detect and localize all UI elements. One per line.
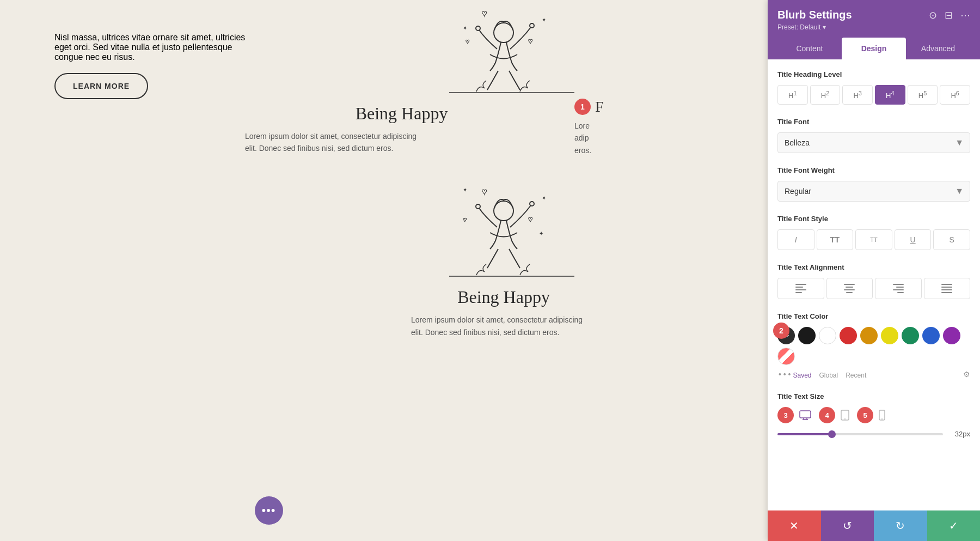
heading-h4-button[interactable]: H4 bbox=[875, 85, 905, 105]
color-green-swatch[interactable] bbox=[902, 327, 919, 344]
panel-header-top: Blurb Settings ⊙ ⊟ ⋯ bbox=[777, 9, 970, 21]
bold-button[interactable]: TT bbox=[817, 229, 854, 250]
svg-point-2 bbox=[476, 26, 480, 31]
svg-text:♥: ♥ bbox=[528, 215, 532, 223]
font-select-wrapper: Belleza ▼ bbox=[777, 132, 970, 153]
svg-text:✦: ✦ bbox=[542, 17, 546, 23]
color-settings-icon[interactable]: ⚙ bbox=[963, 370, 970, 379]
color-type-tabs: Saved Global Recent bbox=[791, 372, 866, 379]
align-justify-icon bbox=[941, 284, 952, 293]
heading-level-buttons: H1 H2 H3 H4 H5 H6 bbox=[777, 85, 970, 105]
color-red-swatch[interactable] bbox=[840, 327, 857, 344]
desktop-device-button[interactable] bbox=[796, 408, 814, 422]
align-justify-button[interactable] bbox=[924, 278, 971, 299]
heading-h5-button[interactable]: H5 bbox=[908, 85, 938, 105]
text-size-section: Title Text Size 3 4 bbox=[777, 392, 970, 438]
step-3-badge: 3 bbox=[777, 407, 794, 423]
text-size-title: Title Text Size bbox=[777, 392, 970, 400]
blurbs-row: Being Happy Lorem ipsum dolor sit amet, … bbox=[245, 98, 762, 156]
panel-body: Title Heading Level H1 H2 H3 H4 H5 H6 Ti… bbox=[768, 59, 980, 510]
color-swatches-wrapper: 2 ✏ bbox=[777, 327, 970, 365]
step-4-badge: 4 bbox=[819, 407, 835, 423]
columns-icon[interactable]: ⊟ bbox=[945, 9, 953, 21]
settings-panel: Blurb Settings ⊙ ⊟ ⋯ Preset: Default ▾ C… bbox=[768, 0, 980, 541]
undo-button[interactable]: ↺ bbox=[821, 510, 874, 541]
heading-h6-button[interactable]: H6 bbox=[940, 85, 970, 105]
text-size-slider[interactable] bbox=[777, 433, 943, 435]
step-1-badge: 1 bbox=[574, 99, 591, 115]
color-clear-swatch[interactable] bbox=[777, 348, 795, 365]
color-swatches-row: ✏ bbox=[777, 327, 970, 365]
second-blurb-section: ♥ ♥ ♥ ✦ ✦ ✦ Being Happy Lorem ipsum dolo… bbox=[245, 173, 762, 338]
heading-h3-button[interactable]: H3 bbox=[842, 85, 873, 105]
main-content-area: Nisl massa, ultrices vitae ornare sit am… bbox=[0, 0, 768, 541]
text-size-value: 32px bbox=[950, 430, 970, 438]
color-purple-swatch[interactable] bbox=[943, 327, 960, 344]
panel-preset[interactable]: Preset: Default ▾ bbox=[777, 23, 970, 31]
font-weight-select[interactable]: Regular Thin Light Medium Bold bbox=[777, 181, 970, 202]
global-tab[interactable]: Global bbox=[819, 372, 838, 379]
floating-action-button[interactable]: ••• bbox=[255, 496, 283, 525]
desktop-device-wrapper: 3 bbox=[777, 407, 814, 423]
redo-button[interactable]: ↻ bbox=[874, 510, 927, 541]
blurb-text-partial: Loreadiperos. bbox=[574, 120, 759, 156]
device-buttons: 3 4 bbox=[777, 407, 970, 423]
strikethrough-button[interactable]: S bbox=[933, 229, 970, 250]
heading-h1-button[interactable]: H1 bbox=[777, 85, 808, 105]
mobile-device-button[interactable] bbox=[875, 408, 889, 423]
uppercase-button[interactable]: Tt bbox=[855, 229, 892, 250]
panel-tabs: Content Design Advanced bbox=[777, 38, 970, 59]
center-content: ♥ ♥ ♥ ✦ ✦ Being Happy Lorem ipsum dolor … bbox=[245, 0, 762, 338]
svg-point-10 bbox=[494, 201, 513, 221]
color-black-swatch[interactable] bbox=[798, 327, 816, 344]
align-right-button[interactable] bbox=[875, 278, 922, 299]
desktop-icon bbox=[799, 410, 811, 420]
color-orange-swatch[interactable] bbox=[860, 327, 878, 344]
size-slider-row: 32px bbox=[777, 430, 970, 438]
color-tabs-row: • • • Saved Global Recent ⚙ bbox=[777, 369, 970, 379]
cancel-button[interactable]: ✕ bbox=[768, 510, 821, 541]
color-more-icon[interactable]: • • • bbox=[779, 370, 791, 379]
align-left-icon bbox=[795, 284, 806, 293]
saved-tab[interactable]: Saved bbox=[793, 372, 811, 379]
blurb-text-1: Lorem ipsum dolor sit amet, consectetur … bbox=[245, 130, 430, 155]
svg-text:♥: ♥ bbox=[482, 187, 487, 196]
tab-content[interactable]: Content bbox=[777, 38, 842, 59]
align-center-button[interactable] bbox=[826, 278, 873, 299]
left-text-block: Nisl massa, ultrices vitae ornare sit am… bbox=[54, 33, 261, 99]
settings-icon[interactable]: ⊙ bbox=[929, 9, 937, 21]
heading-h2-button[interactable]: H2 bbox=[810, 85, 841, 105]
svg-point-3 bbox=[530, 23, 534, 28]
color-yellow-swatch[interactable] bbox=[881, 327, 898, 344]
font-weight-section: Title Font Weight Regular Thin Light Med… bbox=[777, 166, 970, 202]
color-blue-swatch[interactable] bbox=[922, 327, 940, 344]
illustration-1: ♥ ♥ ♥ ✦ ✦ bbox=[422, 0, 585, 98]
svg-text:✦: ✦ bbox=[463, 25, 467, 31]
italic-button[interactable]: I bbox=[777, 229, 814, 250]
partial-title-row: 1 F bbox=[574, 98, 762, 116]
tablet-device-button[interactable] bbox=[837, 408, 853, 423]
tab-design[interactable]: Design bbox=[842, 38, 906, 59]
blurb-title-1: Being Happy bbox=[245, 104, 558, 124]
heading-level-title: Title Heading Level bbox=[777, 70, 970, 78]
panel-footer: ✕ ↺ ↻ ✓ bbox=[768, 510, 980, 541]
tablet-device-wrapper: 4 bbox=[819, 407, 853, 423]
recent-tab[interactable]: Recent bbox=[846, 372, 866, 379]
color-white-swatch[interactable] bbox=[819, 327, 836, 344]
blurb-col-partial: 1 F Loreadiperos. bbox=[574, 98, 762, 156]
more-icon[interactable]: ⋯ bbox=[960, 9, 970, 21]
blurb-title-2: Being Happy bbox=[457, 287, 550, 307]
floating-dots-icon: ••• bbox=[261, 503, 275, 518]
save-button[interactable]: ✓ bbox=[927, 510, 981, 541]
svg-text:♥: ♥ bbox=[465, 38, 469, 45]
learn-more-button[interactable]: LEARN MORE bbox=[54, 73, 148, 99]
tab-advanced[interactable]: Advanced bbox=[906, 38, 970, 59]
panel-title: Blurb Settings bbox=[777, 9, 852, 21]
font-select[interactable]: Belleza bbox=[777, 132, 970, 153]
svg-text:✦: ✦ bbox=[463, 187, 467, 193]
svg-point-11 bbox=[476, 204, 480, 209]
svg-text:✦: ✦ bbox=[542, 195, 546, 201]
underline-button[interactable]: U bbox=[895, 229, 932, 250]
text-color-title: Title Text Color bbox=[777, 312, 970, 320]
align-left-button[interactable] bbox=[777, 278, 824, 299]
